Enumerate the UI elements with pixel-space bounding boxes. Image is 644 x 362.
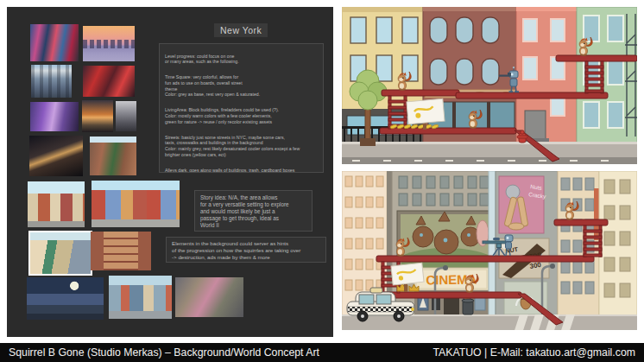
note-level-progress: Level progress: could focus on one or ma… (165, 54, 318, 65)
ref-cartoon-street-corner (28, 231, 92, 276)
cream-building-far-right (599, 171, 637, 316)
salmon-building (516, 7, 577, 143)
photo-alley-night (29, 136, 83, 176)
photo-skyline-sunset (83, 26, 135, 61)
concept-art-living-area (342, 7, 637, 164)
background-elements-note: Elements in the background could server … (166, 237, 326, 263)
photo-brownstone-street (90, 137, 136, 175)
ref-cartoon-night-street (27, 277, 104, 320)
note-streets: Streets: basicly just some streets in NY… (165, 135, 318, 157)
photo-street-narrow (116, 101, 136, 131)
trash-can (462, 299, 474, 314)
poster-nut-cracky: Nuts Cracky (499, 176, 547, 233)
ref-cartoon-rowhouses (92, 181, 180, 227)
page-title: New York (214, 23, 268, 37)
street (342, 314, 637, 330)
ref-cartoon-city (28, 181, 85, 227)
footer-bar: Squirrel B Gone (Studio Merkas) – Backgr… (0, 343, 644, 362)
concept-board-panel: New York Level progress: could focus on … (7, 7, 333, 337)
photo-times-square-red (83, 66, 135, 97)
ref-cartoon-stoop (91, 232, 151, 270)
footer-artist-contact: TAKATUO | E-Mail: takatuo.art@gmail.com (432, 346, 635, 359)
photo-times-square-2 (31, 65, 72, 98)
photo-alley-warm (82, 100, 113, 132)
photo-purple-street (30, 102, 79, 131)
area-notes-block: Level progress: could focus on one or ma… (159, 43, 324, 173)
photo-times-square-1 (30, 24, 79, 61)
ref-cartoon-alley-junk (175, 277, 243, 317)
ref-cartoon-day-street (109, 276, 172, 319)
concept-art-times-square: CINEMA Nuts Cracky (342, 171, 637, 330)
note-time-square: Time Square: very colorful, allows for f… (165, 74, 318, 97)
footer-project-title: Squirrel B Gone (Studio Merkas) – Backgr… (9, 346, 319, 359)
street (342, 142, 637, 164)
note-alleys: Alleys dark, goes along walls of buildin… (165, 168, 318, 173)
living-area-scene (342, 7, 637, 164)
story-idea-note: Story idea: N/A, the area allows for a v… (194, 190, 313, 232)
times-square-scene: CINEMA Nuts Cracky (342, 171, 637, 330)
note-living-area: LivingArea: Block buildings, fireladders… (165, 107, 318, 124)
